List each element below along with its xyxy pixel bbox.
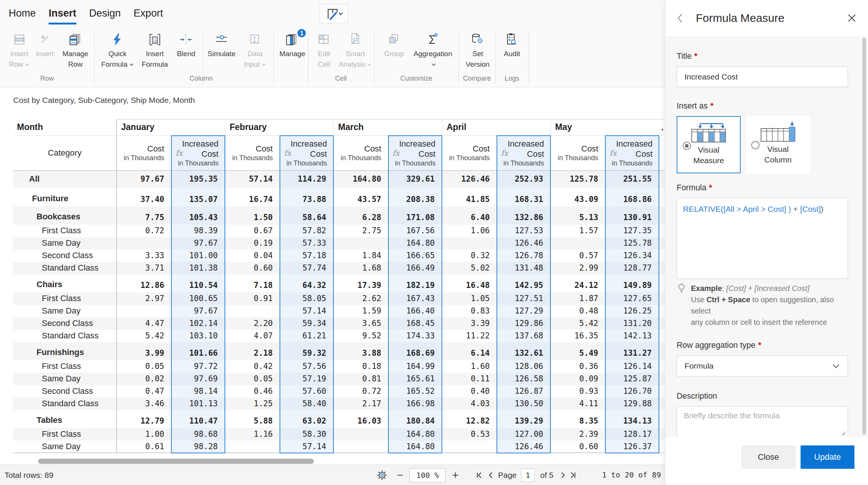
ribbon-button-insert-row[interactable]: InsertRow <box>9 31 29 70</box>
cost-cell[interactable] <box>333 428 388 441</box>
row-label-second-class[interactable]: Second Class <box>13 249 116 262</box>
increased-cost-cell[interactable]: 126.46 <box>497 237 550 249</box>
ribbon-button-blend[interactable]: Blend <box>177 31 196 59</box>
increased-cost-cell[interactable]: 101.66 <box>171 342 225 360</box>
cost-cell[interactable]: 4.47 <box>116 317 171 330</box>
increased-cost-cell[interactable]: 57.14 <box>280 441 333 453</box>
increased-cost-cell[interactable]: 58.30 <box>280 428 333 441</box>
last-page-icon[interactable] <box>569 471 577 481</box>
cost-cell[interactable]: 0.67 <box>225 225 280 237</box>
increased-cost-cell[interactable]: 101.38 <box>171 262 225 274</box>
horizontal-scrollbar[interactable] <box>38 459 314 464</box>
cost-cell[interactable]: 9.52 <box>333 330 388 342</box>
month-header-may[interactable]: May <box>550 119 659 136</box>
increased-cost-cell[interactable]: 103.10 <box>171 330 225 342</box>
increased-cost-cell[interactable]: 182.19 <box>388 274 442 292</box>
cost-cell[interactable]: 11.22 <box>442 330 497 342</box>
ribbon-button-audit[interactable]: Audit <box>504 31 520 59</box>
increased-cost-cell[interactable]: 208.38 <box>388 188 442 207</box>
row-label-first-class[interactable]: First Class <box>13 360 116 373</box>
cost-cell[interactable]: 1.60 <box>442 360 497 373</box>
cost-cell[interactable]: 0.61 <box>116 441 171 453</box>
increased-cost-cell[interactable]: 126.37 <box>605 441 659 453</box>
cost-cell[interactable]: 8.35 <box>550 410 605 428</box>
resize-handle-icon[interactable] <box>839 429 846 438</box>
ribbon-button-simulate[interactable]: Simulate <box>208 31 235 59</box>
increased-cost-cell[interactable]: 101.13 <box>171 398 225 410</box>
row-label-same-day[interactable]: Same Day <box>13 237 116 249</box>
increased-cost-cell[interactable]: 97.67 <box>171 237 225 249</box>
row-label-same-day[interactable]: Same Day <box>13 441 116 453</box>
increased-cost-cell[interactable]: 329.61 <box>388 171 442 188</box>
cost-cell[interactable] <box>116 237 171 249</box>
cost-cell[interactable]: 43.57 <box>333 188 388 207</box>
cost-cell[interactable]: 5.42 <box>550 317 605 330</box>
title-field[interactable] <box>677 66 848 87</box>
increased-cost-cell[interactable]: 57.14 <box>280 305 333 317</box>
increased-cost-cell[interactable]: 166.98 <box>388 398 442 410</box>
cost-cell[interactable]: 0.09 <box>550 373 605 385</box>
row-label-standard-class[interactable]: Standard Class <box>13 330 116 342</box>
cost-cell[interactable]: 1.87 <box>550 292 605 305</box>
ribbon-button-manage[interactable]: 1Manage <box>280 31 306 59</box>
first-page-icon[interactable] <box>475 471 483 481</box>
row-label-all[interactable]: All <box>13 171 116 188</box>
cost-cell[interactable]: 17.39 <box>333 274 388 292</box>
cost-cell[interactable]: 12.79 <box>116 410 171 428</box>
cost-cell[interactable]: 24.12 <box>550 274 605 292</box>
increased-cost-cell[interactable]: 58.64 <box>280 207 333 225</box>
ribbon-button-group[interactable]: Group <box>384 31 404 59</box>
increased-cost-cell[interactable]: 130.91 <box>605 207 659 225</box>
cost-cell[interactable]: 5.02 <box>442 262 497 274</box>
radio-visual-measure[interactable] <box>683 142 691 150</box>
increased-cost-cell[interactable]: 149.89 <box>605 274 659 292</box>
cost-cell[interactable]: 0.32 <box>442 249 497 262</box>
cost-cell[interactable]: 5.88 <box>225 410 280 428</box>
ribbon-button-edit-cell[interactable]: EditCell <box>316 31 332 70</box>
cost-cell[interactable]: 1.84 <box>333 249 388 262</box>
row-label-bookcases[interactable]: Bookcases <box>13 207 116 225</box>
increased-cost-cell[interactable]: 127.00 <box>497 428 550 441</box>
month-header-january[interactable]: January <box>116 119 225 136</box>
aggregation-type-select[interactable]: Formula <box>677 355 848 376</box>
increased-cost-cell[interactable]: 59.32 <box>280 342 333 360</box>
cost-cell[interactable]: 5.42 <box>116 330 171 342</box>
cost-cell[interactable]: 6.14 <box>442 342 497 360</box>
month-header-april[interactable]: April <box>442 119 550 136</box>
cost-cell[interactable]: 16.35 <box>550 330 605 342</box>
cost-cell[interactable]: 1.16 <box>225 428 280 441</box>
zoom-input[interactable] <box>410 468 446 482</box>
cost-cell[interactable]: 0.53 <box>442 428 497 441</box>
cost-header-april[interactable]: Costin Thousands <box>442 136 497 171</box>
cost-cell[interactable]: 0.05 <box>116 360 171 373</box>
insert-as-option-visual-measure[interactable]: VisualMeasure <box>677 116 741 173</box>
cost-cell[interactable]: 0.91 <box>225 292 280 305</box>
increased-cost-cell[interactable]: 167.43 <box>388 292 442 305</box>
radio-visual-column[interactable] <box>751 141 760 149</box>
increased-cost-cell[interactable]: 127.65 <box>605 292 659 305</box>
cost-cell[interactable] <box>116 305 171 317</box>
increased-cost-header-may[interactable]: fxIncreased Costin Thousands <box>605 136 659 171</box>
row-label-standard-class[interactable]: Standard Class <box>13 398 116 410</box>
cost-cell[interactable]: 1.05 <box>442 292 497 305</box>
increased-cost-cell[interactable]: 63.02 <box>280 410 333 428</box>
increased-cost-cell[interactable]: 167.56 <box>388 225 442 237</box>
increased-cost-cell[interactable]: 166.65 <box>388 249 442 262</box>
row-label-same-day[interactable]: Same Day <box>13 373 116 385</box>
cost-cell[interactable] <box>550 237 605 249</box>
increased-cost-cell[interactable]: 57.82 <box>280 225 333 237</box>
zoom-in-button[interactable]: + <box>452 465 459 485</box>
increased-cost-cell[interactable]: 131.27 <box>605 342 659 360</box>
increased-cost-cell[interactable]: 126.46 <box>497 441 550 453</box>
cost-cell[interactable]: 97.67 <box>116 171 171 188</box>
back-icon[interactable] <box>677 13 683 23</box>
cost-cell[interactable]: 43.09 <box>550 188 605 207</box>
increased-cost-cell[interactable]: 105.43 <box>171 207 225 225</box>
cost-cell[interactable]: 0.46 <box>225 385 280 398</box>
row-label-furniture[interactable]: Furniture <box>13 188 116 207</box>
cost-cell[interactable]: 3.65 <box>333 317 388 330</box>
cost-cell[interactable]: 0.36 <box>550 360 605 373</box>
increased-cost-cell[interactable]: 126.78 <box>497 249 550 262</box>
increased-cost-cell[interactable]: 98.28 <box>171 441 225 453</box>
increased-cost-cell[interactable]: 129.88 <box>605 398 659 410</box>
